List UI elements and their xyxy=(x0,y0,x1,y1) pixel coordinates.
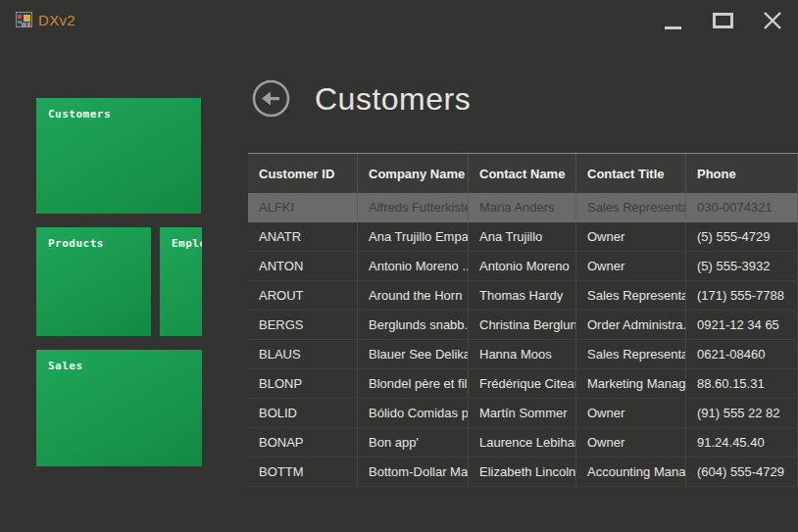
table-row[interactable]: ANATRAna Trujillo Empa...Ana TrujilloOwn… xyxy=(248,222,798,252)
table-row[interactable]: ALFKIAlfreds FutterkisteMaria AndersSale… xyxy=(248,193,798,222)
maximize-icon xyxy=(713,13,733,28)
table-row[interactable]: BLAUSBlauer See Delika...Hanna MoosSales… xyxy=(248,340,798,369)
table-cell: 030-0074321 xyxy=(686,193,798,221)
table-cell: ALFKI xyxy=(248,193,358,221)
table-row[interactable]: AROUTAround the HornThomas HardySales Re… xyxy=(248,281,798,311)
column-header[interactable]: Contact Name xyxy=(469,154,576,193)
table-cell: BLAUS xyxy=(248,340,358,368)
close-button[interactable] xyxy=(759,6,786,35)
table-row[interactable]: BONAPBon app'Laurence LebihanOwner91.24.… xyxy=(248,428,798,458)
table-cell: Alfreds Futterkiste xyxy=(358,193,469,221)
table-cell: Owner xyxy=(576,252,686,280)
column-header[interactable]: Company Name xyxy=(358,154,469,193)
table-cell: Antonio Moreno xyxy=(469,252,576,280)
page-title: Customers xyxy=(315,78,471,120)
column-header[interactable]: Customer ID xyxy=(248,154,358,193)
table-cell: BOTTM xyxy=(248,458,358,486)
tile-customers[interactable]: Customers xyxy=(36,98,201,214)
minimize-icon xyxy=(665,26,681,29)
grid-body: ALFKIAlfreds FutterkisteMaria AndersSale… xyxy=(248,193,798,487)
table-cell: Antonio Moreno ... xyxy=(358,252,469,280)
table-cell: Thomas Hardy xyxy=(469,281,576,310)
table-cell: Sales Representa... xyxy=(576,340,686,368)
table-cell: Ana Trujillo xyxy=(469,222,576,251)
table-cell: Bottom-Dollar Ma... xyxy=(358,458,469,486)
table-row[interactable]: ANTONAntonio Moreno ...Antonio MorenoOwn… xyxy=(248,252,798,281)
close-icon xyxy=(762,10,783,31)
maximize-button[interactable] xyxy=(709,6,736,35)
table-cell: Bon app' xyxy=(358,428,469,457)
grid-header-row: Customer IDCompany NameContact NameConta… xyxy=(248,154,798,193)
table-cell: (171) 555-7788 xyxy=(686,281,798,310)
table-cell: Owner xyxy=(576,399,686,427)
table-cell: Blauer See Delika... xyxy=(358,340,469,368)
table-cell: 91.24.45.40 xyxy=(686,428,798,457)
app-icon[interactable] xyxy=(16,12,32,27)
table-cell: Frédérique Citeaux xyxy=(469,369,576,398)
table-cell: Sales Representa... xyxy=(576,193,686,221)
table-cell: (5) 555-4729 xyxy=(686,222,798,251)
table-cell: BERGS xyxy=(248,311,358,339)
table-cell: 88.60.15.31 xyxy=(686,369,798,398)
tile-products[interactable]: Products xyxy=(36,227,151,336)
table-cell: Sales Representa... xyxy=(576,281,686,310)
table-row[interactable]: BOTTMBottom-Dollar Ma...Elizabeth Lincol… xyxy=(248,458,798,487)
table-cell: Accounting Mana... xyxy=(576,458,686,486)
table-cell: ANTON xyxy=(248,252,358,280)
table-cell: Around the Horn xyxy=(358,281,469,310)
tile-panel: Customers Products Employees Sales xyxy=(36,98,202,467)
tile-employees[interactable]: Employees xyxy=(160,227,202,336)
table-cell: Marketing Manager xyxy=(576,369,686,398)
titlebar: DXv2 xyxy=(0,0,798,41)
table-cell: Maria Anders xyxy=(469,193,576,221)
table-cell: (5) 555-3932 xyxy=(686,252,798,280)
table-row[interactable]: BLONPBlondel père et filsFrédérique Cite… xyxy=(248,369,798,399)
app-icon-square xyxy=(18,15,22,19)
back-arrow-icon xyxy=(251,78,291,119)
table-cell: 0921-12 34 65 xyxy=(686,311,798,339)
table-cell: Elizabeth Lincoln xyxy=(469,458,576,486)
table-cell: Laurence Lebihan xyxy=(469,428,576,457)
table-cell: Owner xyxy=(576,222,686,251)
table-cell: Martín Sommer xyxy=(469,399,576,427)
table-cell: Owner xyxy=(576,428,686,457)
table-cell: Hanna Moos xyxy=(469,340,576,368)
table-cell: BLONP xyxy=(248,369,358,398)
column-header[interactable]: Contact Title xyxy=(576,154,686,193)
tile-label: Products xyxy=(48,237,104,250)
table-row[interactable]: BOLIDBólido Comidas p...Martín SommerOwn… xyxy=(248,399,798,428)
tile-label: Employees xyxy=(172,237,202,250)
table-cell: (91) 555 22 82 xyxy=(686,399,798,427)
table-cell: Christina Berglund xyxy=(469,311,576,339)
table-cell: Bólido Comidas p... xyxy=(358,399,469,427)
app-icon-square xyxy=(24,15,30,22)
window-controls xyxy=(659,0,786,41)
table-cell: Order Administra... xyxy=(576,311,686,339)
app-icon-square xyxy=(22,23,26,26)
table-cell: 0621-08460 xyxy=(686,340,798,368)
app-icon-square xyxy=(27,23,30,26)
column-header[interactable]: Phone xyxy=(686,154,798,193)
tile-sales[interactable]: Sales xyxy=(36,350,202,466)
table-cell: Berglunds snabb... xyxy=(358,311,469,339)
table-cell: (604) 555-4729 xyxy=(686,458,798,486)
back-button[interactable] xyxy=(251,78,291,119)
tile-label: Customers xyxy=(48,108,111,121)
customers-grid: Customer IDCompany NameContact NameConta… xyxy=(248,153,798,487)
table-cell: BOLID xyxy=(248,399,358,427)
table-cell: AROUT xyxy=(248,281,358,310)
table-cell: Ana Trujillo Empa... xyxy=(358,222,469,251)
minimize-button[interactable] xyxy=(659,6,686,35)
table-cell: BONAP xyxy=(248,428,358,457)
tile-label: Sales xyxy=(48,360,83,372)
window-title: DXv2 xyxy=(38,12,75,28)
table-row[interactable]: BERGSBerglunds snabb...Christina Berglun… xyxy=(248,311,798,340)
table-cell: Blondel père et fils xyxy=(358,369,469,398)
table-cell: ANATR xyxy=(248,222,358,251)
